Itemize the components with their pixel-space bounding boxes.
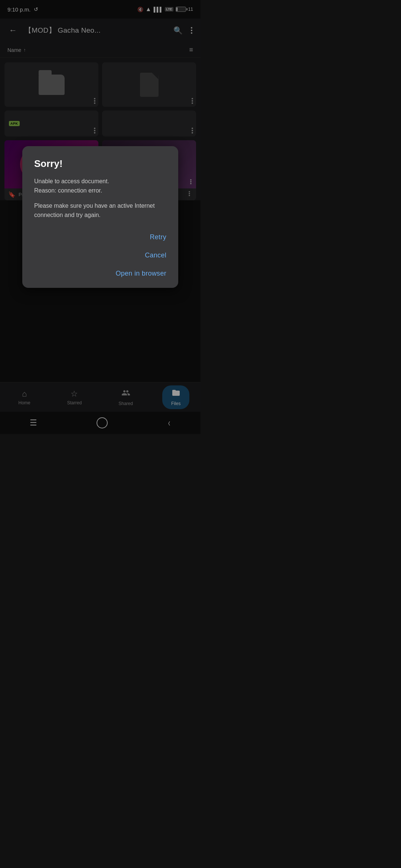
dialog-body: Unable to access document. Reason: conne… xyxy=(34,177,166,220)
retry-button[interactable]: Retry xyxy=(150,232,166,243)
dialog-overlay: Sorry! Unable to access document. Reason… xyxy=(0,0,200,434)
open-in-browser-button[interactable]: Open in browser xyxy=(115,268,166,279)
dialog-error-line1: Unable to access document. xyxy=(34,178,109,184)
dialog-error-line2: Reason: connection error. xyxy=(34,187,102,194)
error-dialog: Sorry! Unable to access document. Reason… xyxy=(22,146,178,287)
cancel-button[interactable]: Cancel xyxy=(145,250,166,261)
dialog-suggestion: Please make sure you have an active Inte… xyxy=(34,201,166,220)
dialog-title: Sorry! xyxy=(34,158,166,170)
dialog-actions: Retry Cancel Open in browser xyxy=(34,232,166,279)
